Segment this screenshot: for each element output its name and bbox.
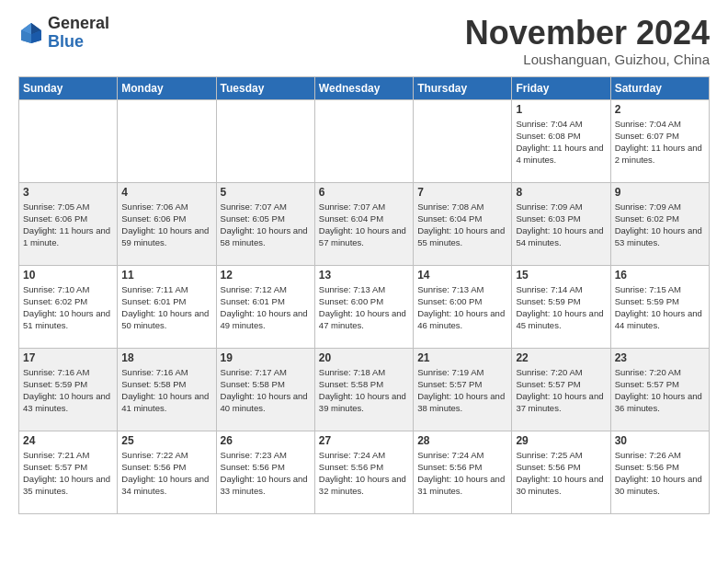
col-header-sunday: Sunday (19, 76, 118, 99)
day-info: Sunrise: 7:06 AM Sunset: 6:06 PM Dayligh… (121, 201, 211, 249)
calendar-table: SundayMondayTuesdayWednesdayThursdayFrid… (18, 76, 710, 514)
day-info: Sunrise: 7:20 AM Sunset: 5:57 PM Dayligh… (615, 366, 705, 415)
day-cell: 22Sunrise: 7:20 AM Sunset: 5:57 PM Dayli… (512, 348, 610, 431)
day-info: Sunrise: 7:09 AM Sunset: 6:03 PM Dayligh… (516, 201, 606, 249)
day-info: Sunrise: 7:13 AM Sunset: 6:00 PM Dayligh… (417, 283, 507, 332)
day-cell: 17Sunrise: 7:16 AM Sunset: 5:59 PM Dayli… (19, 348, 118, 431)
day-cell (19, 99, 118, 182)
day-cell: 10Sunrise: 7:10 AM Sunset: 6:02 PM Dayli… (19, 265, 118, 348)
day-cell: 21Sunrise: 7:19 AM Sunset: 5:57 PM Dayli… (414, 348, 512, 431)
day-number: 8 (516, 186, 606, 199)
day-cell: 2Sunrise: 7:04 AM Sunset: 6:07 PM Daylig… (610, 99, 709, 182)
day-number: 28 (417, 434, 507, 447)
day-info: Sunrise: 7:25 AM Sunset: 5:56 PM Dayligh… (516, 449, 606, 498)
day-cell (314, 99, 413, 182)
day-info: Sunrise: 7:09 AM Sunset: 6:02 PM Dayligh… (615, 201, 705, 249)
day-cell: 16Sunrise: 7:15 AM Sunset: 5:59 PM Dayli… (610, 265, 709, 348)
day-cell: 25Sunrise: 7:22 AM Sunset: 5:56 PM Dayli… (118, 431, 216, 513)
day-info: Sunrise: 7:12 AM Sunset: 6:01 PM Dayligh… (221, 283, 311, 332)
week-row-5: 24Sunrise: 7:21 AM Sunset: 5:57 PM Dayli… (19, 431, 710, 513)
day-info: Sunrise: 7:23 AM Sunset: 5:56 PM Dayligh… (221, 449, 311, 498)
day-number: 10 (23, 269, 113, 282)
day-info: Sunrise: 7:11 AM Sunset: 6:01 PM Dayligh… (121, 283, 211, 332)
day-cell: 14Sunrise: 7:13 AM Sunset: 6:00 PM Dayli… (414, 265, 512, 348)
day-number: 12 (221, 269, 311, 282)
day-number: 5 (221, 186, 311, 199)
day-number: 14 (417, 269, 507, 282)
day-number: 1 (516, 103, 606, 116)
day-number: 15 (516, 269, 606, 282)
day-number: 23 (615, 351, 705, 364)
day-number: 24 (23, 434, 113, 447)
day-info: Sunrise: 7:21 AM Sunset: 5:57 PM Dayligh… (23, 449, 113, 498)
day-cell: 27Sunrise: 7:24 AM Sunset: 5:56 PM Dayli… (314, 431, 413, 513)
day-number: 11 (121, 269, 211, 282)
week-row-4: 17Sunrise: 7:16 AM Sunset: 5:59 PM Dayli… (19, 348, 710, 431)
location: Loushanguan, Guizhou, China (465, 52, 710, 67)
calendar-page: General Blue November 2024 Loushanguan, … (0, 0, 728, 533)
day-cell: 7Sunrise: 7:08 AM Sunset: 6:04 PM Daylig… (414, 182, 512, 265)
day-cell: 9Sunrise: 7:09 AM Sunset: 6:02 PM Daylig… (610, 182, 709, 265)
day-info: Sunrise: 7:16 AM Sunset: 5:58 PM Dayligh… (121, 366, 211, 415)
day-info: Sunrise: 7:24 AM Sunset: 5:56 PM Dayligh… (417, 449, 507, 498)
day-info: Sunrise: 7:13 AM Sunset: 6:00 PM Dayligh… (319, 283, 409, 332)
day-number: 6 (319, 186, 409, 199)
day-number: 16 (615, 269, 705, 282)
day-number: 20 (319, 351, 409, 364)
day-info: Sunrise: 7:10 AM Sunset: 6:02 PM Dayligh… (23, 283, 113, 332)
day-cell: 1Sunrise: 7:04 AM Sunset: 6:08 PM Daylig… (512, 99, 610, 182)
day-cell: 13Sunrise: 7:13 AM Sunset: 6:00 PM Dayli… (314, 265, 413, 348)
day-info: Sunrise: 7:24 AM Sunset: 5:56 PM Dayligh… (319, 449, 409, 498)
day-cell: 11Sunrise: 7:11 AM Sunset: 6:01 PM Dayli… (118, 265, 216, 348)
day-cell (118, 99, 216, 182)
day-cell: 3Sunrise: 7:05 AM Sunset: 6:06 PM Daylig… (19, 182, 118, 265)
day-number: 22 (516, 351, 606, 364)
day-cell: 30Sunrise: 7:26 AM Sunset: 5:56 PM Dayli… (610, 431, 709, 513)
day-cell: 24Sunrise: 7:21 AM Sunset: 5:57 PM Dayli… (19, 431, 118, 513)
day-number: 2 (615, 103, 705, 116)
day-cell: 18Sunrise: 7:16 AM Sunset: 5:58 PM Dayli… (118, 348, 216, 431)
day-cell: 29Sunrise: 7:25 AM Sunset: 5:56 PM Dayli… (512, 431, 610, 513)
day-number: 26 (221, 434, 311, 447)
day-info: Sunrise: 7:16 AM Sunset: 5:59 PM Dayligh… (23, 366, 113, 415)
day-number: 27 (319, 434, 409, 447)
day-cell: 28Sunrise: 7:24 AM Sunset: 5:56 PM Dayli… (414, 431, 512, 513)
day-cell: 8Sunrise: 7:09 AM Sunset: 6:03 PM Daylig… (512, 182, 610, 265)
day-cell: 4Sunrise: 7:06 AM Sunset: 6:06 PM Daylig… (118, 182, 216, 265)
day-cell: 23Sunrise: 7:20 AM Sunset: 5:57 PM Dayli… (610, 348, 709, 431)
day-number: 4 (121, 186, 211, 199)
day-cell (414, 99, 512, 182)
week-row-2: 3Sunrise: 7:05 AM Sunset: 6:06 PM Daylig… (19, 182, 710, 265)
day-info: Sunrise: 7:07 AM Sunset: 6:04 PM Dayligh… (319, 201, 409, 249)
day-number: 25 (121, 434, 211, 447)
day-info: Sunrise: 7:26 AM Sunset: 5:56 PM Dayligh… (615, 449, 705, 498)
day-number: 17 (23, 351, 113, 364)
day-info: Sunrise: 7:18 AM Sunset: 5:58 PM Dayligh… (319, 366, 409, 415)
day-cell: 6Sunrise: 7:07 AM Sunset: 6:04 PM Daylig… (314, 182, 413, 265)
day-number: 7 (417, 186, 507, 199)
col-header-friday: Friday (512, 76, 610, 99)
day-info: Sunrise: 7:14 AM Sunset: 5:59 PM Dayligh… (516, 283, 606, 332)
day-number: 3 (23, 186, 113, 199)
header-row: SundayMondayTuesdayWednesdayThursdayFrid… (19, 76, 710, 99)
day-cell: 5Sunrise: 7:07 AM Sunset: 6:05 PM Daylig… (216, 182, 314, 265)
day-number: 19 (221, 351, 311, 364)
header: General Blue November 2024 Loushanguan, … (18, 15, 710, 67)
logo-icon (18, 20, 44, 46)
week-row-1: 1Sunrise: 7:04 AM Sunset: 6:08 PM Daylig… (19, 99, 710, 182)
day-cell (216, 99, 314, 182)
col-header-saturday: Saturday (610, 76, 709, 99)
day-cell: 15Sunrise: 7:14 AM Sunset: 5:59 PM Dayli… (512, 265, 610, 348)
col-header-thursday: Thursday (414, 76, 512, 99)
day-number: 29 (516, 434, 606, 447)
logo-text: General Blue (48, 15, 109, 52)
day-cell: 19Sunrise: 7:17 AM Sunset: 5:58 PM Dayli… (216, 348, 314, 431)
day-info: Sunrise: 7:05 AM Sunset: 6:06 PM Dayligh… (23, 201, 113, 249)
day-info: Sunrise: 7:19 AM Sunset: 5:57 PM Dayligh… (417, 366, 507, 415)
title-block: November 2024 Loushanguan, Guizhou, Chin… (465, 15, 710, 67)
month-title: November 2024 (465, 15, 710, 52)
day-number: 9 (615, 186, 705, 199)
day-info: Sunrise: 7:04 AM Sunset: 6:07 PM Dayligh… (615, 118, 705, 167)
day-info: Sunrise: 7:08 AM Sunset: 6:04 PM Dayligh… (417, 201, 507, 249)
day-number: 13 (319, 269, 409, 282)
